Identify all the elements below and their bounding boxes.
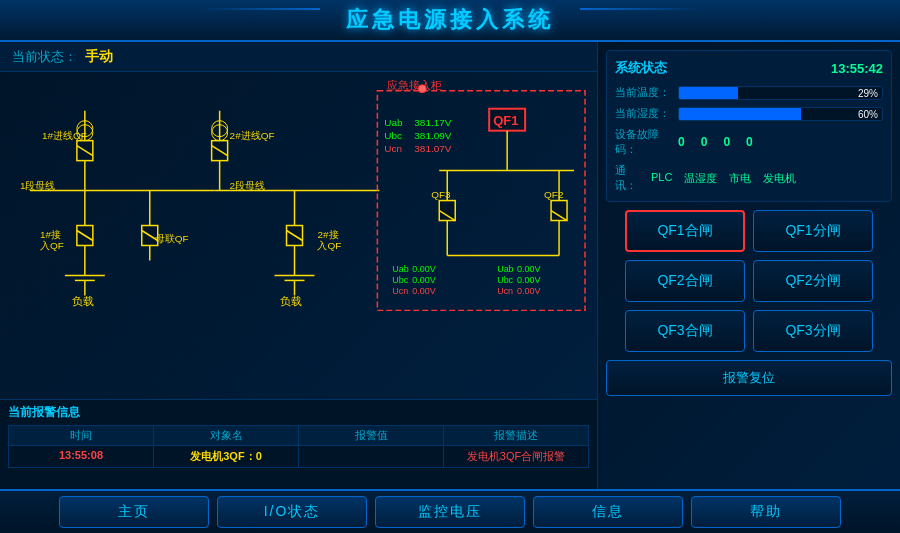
- svg-text:381.09V: 381.09V: [414, 130, 451, 141]
- svg-rect-62: [551, 201, 567, 221]
- alarm-desc: 发电机3QF合闸报警: [444, 446, 588, 467]
- fault-values: 0 0 0 0: [678, 135, 753, 149]
- comm-items: PLC 温湿度 市电 发电机: [651, 171, 796, 186]
- report-reset-button[interactable]: 报警复位: [606, 360, 892, 396]
- svg-text:381.07V: 381.07V: [414, 143, 451, 154]
- alarm-time: 13:55:08: [9, 446, 154, 467]
- fault-label: 设备故障码：: [615, 127, 670, 157]
- bottom-nav: 主页 I/O状态 监控电压 信息 帮助: [0, 489, 900, 533]
- comm-plc: PLC: [651, 171, 672, 186]
- alarm-col-desc: 报警描述: [444, 426, 588, 445]
- svg-rect-58: [439, 201, 455, 221]
- comm-row: 通 讯： PLC 温湿度 市电 发电机: [615, 163, 883, 193]
- schematic-svg: 1#进线QF 2#进线QF 1段母线 2段母线 1#接 入QF 2#接 入QF …: [0, 72, 597, 399]
- svg-text:1段母线: 1段母线: [20, 180, 56, 191]
- humidity-row: 当前湿度： 60%: [615, 106, 883, 121]
- alarm-header: 时间 对象名 报警值 报警描述: [8, 425, 589, 446]
- alarm-title: 当前报警信息: [8, 404, 589, 421]
- comm-humidity: 温湿度: [684, 171, 717, 186]
- qf1-btn-row: QF1合闸 QF1分闸: [606, 210, 892, 252]
- qf1-close-button[interactable]: QF1合闸: [625, 210, 745, 252]
- svg-text:1#进线QF: 1#进线QF: [42, 130, 87, 141]
- fault-row: 设备故障码： 0 0 0 0: [615, 127, 883, 157]
- svg-text:Ubc: Ubc: [392, 275, 408, 285]
- humidity-progress-bar: 60%: [678, 107, 883, 121]
- svg-text:381.17V: 381.17V: [414, 117, 451, 128]
- nav-info[interactable]: 信息: [533, 496, 683, 528]
- alarm-col-time: 时间: [9, 426, 154, 445]
- temp-progress-bar: 29%: [678, 86, 883, 100]
- svg-text:Ucn: Ucn: [384, 143, 402, 154]
- svg-text:Ubc: Ubc: [384, 130, 402, 141]
- humidity-value: 60%: [858, 108, 878, 121]
- status-value: 手动: [85, 48, 113, 66]
- svg-text:入QF: 入QF: [40, 240, 64, 251]
- humidity-label: 当前湿度：: [615, 106, 670, 121]
- svg-text:0.00V: 0.00V: [412, 275, 435, 285]
- nav-help[interactable]: 帮助: [691, 496, 841, 528]
- qf2-btn-row: QF2合闸 QF2分闸: [606, 260, 892, 302]
- svg-text:负载: 负载: [280, 295, 302, 307]
- svg-text:2#接: 2#接: [317, 229, 338, 240]
- status-label: 当前状态：: [12, 48, 77, 66]
- left-panel: 当前状态： 手动: [0, 42, 598, 489]
- svg-text:0.00V: 0.00V: [517, 264, 540, 274]
- alarm-row: 13:55:08 发电机3QF：0 发电机3QF合闸报警: [8, 446, 589, 468]
- svg-text:QF1: QF1: [493, 113, 518, 128]
- svg-text:负载: 负载: [72, 295, 94, 307]
- system-status-box: 系统状态 13:55:42 当前温度： 29% 当前湿度： 60%: [606, 50, 892, 202]
- temp-row: 当前温度： 29%: [615, 85, 883, 100]
- qf1-open-button[interactable]: QF1分闸: [753, 210, 873, 252]
- temp-label: 当前温度：: [615, 85, 670, 100]
- svg-text:Uab: Uab: [384, 117, 403, 128]
- alarm-col-object: 对象名: [154, 426, 299, 445]
- fault-val-1: 0: [701, 135, 708, 149]
- svg-text:Ucn: Ucn: [497, 286, 513, 296]
- fault-val-2: 0: [723, 135, 730, 149]
- fault-val-0: 0: [678, 135, 685, 149]
- nav-home[interactable]: 主页: [59, 496, 209, 528]
- fault-val-3: 0: [746, 135, 753, 149]
- alarm-object: 发电机3QF：0: [154, 446, 299, 467]
- qf2-close-button[interactable]: QF2合闸: [625, 260, 745, 302]
- svg-text:0.00V: 0.00V: [517, 286, 540, 296]
- header: 应急电源接入系统: [0, 0, 900, 42]
- qf3-close-button[interactable]: QF3合闸: [625, 310, 745, 352]
- comm-grid: 市电: [729, 171, 751, 186]
- alarm-value: [299, 446, 444, 467]
- right-panel: 系统状态 13:55:42 当前温度： 29% 当前湿度： 60%: [598, 42, 900, 489]
- svg-text:0.00V: 0.00V: [517, 275, 540, 285]
- alarm-panel: 当前报警信息 时间 对象名 报警值 报警描述 13:55:08 发电机3QF：0…: [0, 399, 597, 489]
- main-content: 当前状态： 手动: [0, 42, 900, 489]
- comm-generator: 发电机: [763, 171, 796, 186]
- sys-time: 13:55:42: [831, 61, 883, 76]
- sys-status-header: 系统状态 13:55:42: [615, 59, 883, 77]
- comm-label: 通 讯：: [615, 163, 643, 193]
- status-bar: 当前状态： 手动: [0, 42, 597, 72]
- svg-text:Uab: Uab: [497, 264, 513, 274]
- alarm-col-value: 报警值: [299, 426, 444, 445]
- svg-text:QF3: QF3: [431, 189, 451, 200]
- svg-text:Ucn: Ucn: [392, 286, 408, 296]
- humidity-progress-fill: [679, 108, 801, 120]
- sys-status-title: 系统状态: [615, 59, 667, 77]
- page-title: 应急电源接入系统: [346, 5, 554, 35]
- qf3-btn-row: QF3合闸 QF3分闸: [606, 310, 892, 352]
- svg-text:母联QF: 母联QF: [155, 233, 189, 244]
- svg-text:1#接: 1#接: [40, 229, 61, 240]
- qf3-open-button[interactable]: QF3分闸: [753, 310, 873, 352]
- temp-value: 29%: [858, 87, 878, 100]
- nav-io-status[interactable]: I/O状态: [217, 496, 367, 528]
- svg-text:Uab: Uab: [392, 264, 408, 274]
- schematic-area: 1#进线QF 2#进线QF 1段母线 2段母线 1#接 入QF 2#接 入QF …: [0, 72, 597, 399]
- nav-monitor-voltage[interactable]: 监控电压: [375, 496, 525, 528]
- svg-text:QF2: QF2: [544, 189, 564, 200]
- temp-progress-fill: [679, 87, 738, 99]
- svg-text:应急接入柜: 应急接入柜: [387, 79, 442, 91]
- svg-text:入QF: 入QF: [317, 240, 341, 251]
- svg-point-46: [418, 85, 426, 93]
- controls-area: QF1合闸 QF1分闸 QF2合闸 QF2分闸 QF3合闸 QF3分闸 报警复位: [606, 210, 892, 481]
- report-btn-row: 报警复位: [606, 360, 892, 396]
- qf2-open-button[interactable]: QF2分闸: [753, 260, 873, 302]
- svg-text:0.00V: 0.00V: [412, 286, 435, 296]
